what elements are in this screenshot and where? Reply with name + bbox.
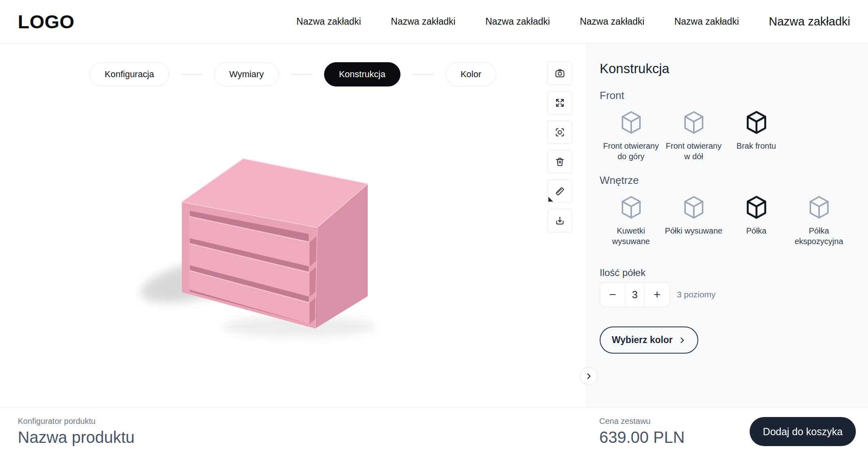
step-connector [181, 74, 202, 75]
fullscreen-icon [554, 97, 565, 108]
step-kolor[interactable]: Kolor [446, 62, 496, 86]
add-to-cart-button[interactable]: Dodaj do koszyka [750, 417, 856, 446]
panel-title: Konstrukcja [600, 61, 858, 77]
trash-icon [554, 156, 565, 167]
price-block: Cena zestawu 639.00 PLN [599, 416, 685, 447]
shelf-count-row: − 3 + 3 poziomy [600, 282, 858, 307]
step-connector [413, 74, 434, 75]
decrement-button[interactable]: − [600, 282, 625, 307]
cube-icon [621, 196, 642, 219]
nav-links: Nazwa zakładki Nazwa zakładki Nazwa zakł… [297, 15, 850, 28]
camera-snapshot-button[interactable] [547, 61, 572, 85]
nav-item-4[interactable]: Nazwa zakładki [580, 16, 645, 27]
viewer-toolbar [547, 61, 572, 232]
interior-options: Kuwetki wysuwane Półki wysuwane Półka Pó… [600, 196, 858, 246]
delete-button[interactable] [547, 150, 572, 173]
configurator-kicker: Konfigurator porduktu [18, 416, 135, 426]
nav-item-2[interactable]: Nazwa zakładki [391, 16, 455, 27]
shelf-count-value: 3 [625, 282, 645, 307]
cube-icon [621, 111, 642, 134]
choose-color-label: Wybierz kolor [612, 335, 672, 345]
option-polka-selected[interactable]: Półka [725, 196, 788, 246]
step-connector [291, 74, 312, 75]
top-nav: LOGO Nazwa zakładki Nazwa zakładki Nazwa… [0, 0, 868, 44]
nav-item-6[interactable]: Nazwa zakładki [769, 15, 850, 28]
option-label: Półka ekspozycyjna [788, 225, 850, 246]
levels-hint: 3 poziomy [677, 290, 716, 299]
cube-icon [746, 196, 767, 219]
option-kuwetki-wysuwane[interactable]: Kuwetki wysuwane [600, 196, 662, 246]
step-konfiguracja[interactable]: Konfiguracja [90, 62, 169, 86]
product-name: Nazwa produktu [18, 428, 135, 447]
ruler-icon [554, 186, 565, 197]
nav-item-5[interactable]: Nazwa zakładki [674, 16, 739, 27]
option-label: Półka [746, 225, 766, 236]
option-label: Półki wysuwane [665, 225, 722, 236]
option-polka-ekspozycyjna[interactable]: Półka ekspozycyjna [788, 196, 850, 246]
cube-icon [809, 196, 830, 219]
download-icon [554, 215, 565, 226]
option-polki-wysuwane[interactable]: Półki wysuwane [662, 196, 725, 246]
section-label-front: Front [600, 89, 858, 102]
choose-color-button[interactable]: Wybierz kolor [600, 327, 698, 354]
increment-button[interactable]: + [645, 282, 670, 307]
viewer-canvas[interactable]: Konfiguracja Wymiary Konstrukcja Kolor [0, 44, 586, 407]
configurator-stepper: Konfiguracja Wymiary Konstrukcja Kolor [0, 62, 586, 86]
configuration-panel: Konstrukcja Front Front otwierany do gór… [586, 44, 868, 407]
logo[interactable]: LOGO [18, 11, 74, 33]
cube-icon [683, 111, 704, 134]
section-label-wnetrze: Wnętrze [600, 174, 858, 187]
front-options: Front otwierany do góry Front otwierany … [600, 111, 858, 162]
price-label: Cena zestawu [599, 416, 685, 426]
product-configurator-app: LOGO Nazwa zakładki Nazwa zakładki Nazwa… [0, 0, 868, 455]
nav-item-3[interactable]: Nazwa zakładki [485, 16, 550, 27]
nav-item-1[interactable]: Nazwa zakładki [297, 16, 361, 27]
price-value: 639.00 PLN [599, 428, 685, 447]
main-area: Konfiguracja Wymiary Konstrukcja Kolor [0, 44, 868, 407]
cube-icon [683, 196, 704, 219]
cube-icon [746, 111, 767, 134]
shelf-count-stepper: − 3 + [600, 282, 670, 307]
product-info: Konfigurator porduktu Nazwa produktu [18, 416, 135, 447]
option-label: Front otwierany w dół [662, 141, 725, 162]
submenu-corner-marker [548, 197, 553, 202]
measure-button[interactable] [547, 179, 572, 203]
camera-icon [554, 68, 565, 79]
option-front-otwierany-w-dol[interactable]: Front otwierany w dół [662, 111, 725, 162]
shelf-count-label: Ilość półek [600, 267, 858, 279]
focus-center-icon [554, 127, 565, 138]
option-label: Front otwierany do góry [600, 141, 662, 162]
step-konstrukcja-active[interactable]: Konstrukcja [324, 62, 400, 86]
chevron-right-icon [585, 372, 593, 380]
product-3d-model[interactable] [178, 157, 388, 337]
option-brak-frontu-selected[interactable]: Brak frontu [725, 111, 788, 162]
download-button[interactable] [547, 209, 572, 232]
summary-bar: Konfigurator porduktu Nazwa produktu Cen… [0, 407, 868, 455]
option-label: Kuwetki wysuwane [600, 225, 662, 246]
center-view-button[interactable] [547, 120, 572, 144]
chevron-right-icon [678, 336, 686, 344]
option-front-otwierany-do-gory[interactable]: Front otwierany do góry [600, 111, 662, 162]
option-label: Brak frontu [737, 141, 776, 151]
collapse-panel-button[interactable] [580, 367, 598, 385]
fullscreen-button[interactable] [547, 91, 572, 114]
step-wymiary[interactable]: Wymiary [214, 62, 278, 86]
